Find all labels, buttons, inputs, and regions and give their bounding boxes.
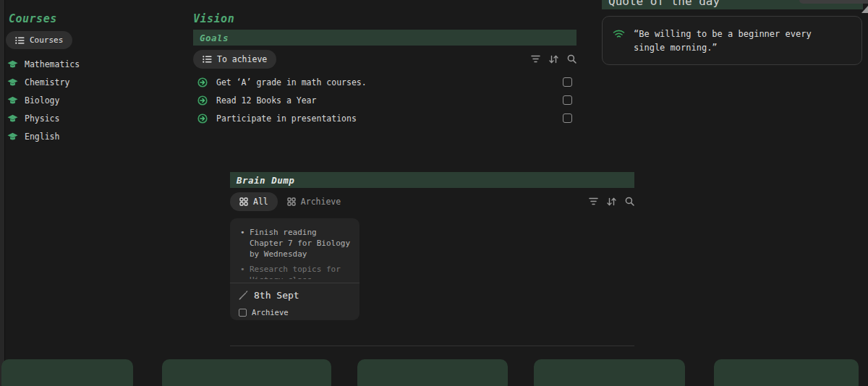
card-date: 8th Sept	[254, 290, 299, 301]
cursor	[861, 6, 868, 13]
pen-icon	[239, 291, 248, 300]
goal-title: Participate in presentations	[216, 113, 357, 124]
goal-checkbox[interactable]	[563, 95, 572, 105]
goals-list: Get ‘A’ grade in math courses. Read 12 B…	[193, 73, 576, 127]
course-label: Chemistry	[25, 77, 69, 87]
section-divider	[230, 346, 634, 346]
graduation-cap-icon	[7, 60, 18, 69]
quote-text: “Be willing to be a beginner every singl…	[634, 27, 820, 55]
goal-title: Read 12 Books a Year	[216, 95, 316, 106]
grid-icon	[239, 197, 248, 206]
goal-row[interactable]: Get ‘A’ grade in math courses.	[193, 73, 576, 91]
search-icon[interactable]	[625, 197, 634, 206]
bottom-card[interactable]	[162, 359, 331, 386]
wifi-icon	[613, 29, 625, 39]
filter-icon[interactable]	[589, 197, 598, 205]
filter-icon[interactable]	[531, 55, 540, 63]
bulleted-list-icon	[15, 36, 25, 45]
course-label: Physics	[25, 113, 59, 124]
goal-checkbox[interactable]	[563, 77, 572, 87]
graduation-cap-icon	[7, 114, 18, 123]
graduation-cap-icon	[7, 78, 18, 87]
bottom-card[interactable]	[357, 359, 508, 386]
arrow-circle-icon	[197, 77, 208, 87]
search-icon[interactable]	[567, 54, 576, 64]
bottom-card[interactable]	[714, 359, 859, 386]
arrow-circle-icon	[197, 113, 208, 124]
brain-dump-header-label: Brain Dump	[237, 175, 294, 186]
goals-header-label: Goals	[200, 33, 229, 43]
courses-view-tab-label: Courses	[30, 35, 63, 45]
sidebar-item-english[interactable]: English	[7, 127, 80, 145]
card-divider	[230, 283, 359, 283]
goal-row[interactable]: Read 12 Books a Year	[193, 91, 576, 109]
brain-dump-card[interactable]: Finish reading Chapter 7 for Biology by …	[230, 218, 359, 320]
goal-title: Get ‘A’ grade in math courses.	[216, 77, 367, 87]
bulleted-list-icon	[203, 55, 212, 64]
goals-view-tab-label: To achieve	[217, 54, 267, 64]
goals-toolbar: To achieve	[193, 49, 576, 69]
vision-section-title: Vision	[193, 12, 234, 25]
graduation-cap-icon	[7, 96, 18, 105]
archieve-checkbox-label: Archieve	[252, 308, 289, 317]
tab-archieve-label: Archieve	[301, 197, 341, 207]
note-bullet: Finish reading Chapter 7 for Biology by …	[239, 227, 351, 260]
sort-icon[interactable]	[607, 197, 616, 206]
tab-all-label: All	[253, 197, 268, 207]
grid-icon	[287, 197, 296, 206]
archieve-checkbox[interactable]	[239, 309, 247, 317]
sidebar-item-physics[interactable]: Physics	[7, 109, 80, 127]
brain-dump-note-text: Finish reading Chapter 7 for Biology by …	[239, 227, 351, 279]
brain-dump-database-header: Brain Dump	[230, 172, 634, 188]
course-label: English	[25, 132, 59, 142]
courses-section-title: Courses	[9, 12, 57, 25]
sidebar-item-mathematics[interactable]: Mathematics	[7, 55, 80, 73]
top-right-panel-fragment	[799, 0, 868, 4]
sort-icon[interactable]	[549, 55, 558, 64]
goals-database-header: Goals	[193, 30, 576, 46]
quote-header-label: Quote of the day	[608, 0, 720, 8]
bottom-card[interactable]	[534, 359, 685, 386]
graduation-cap-icon	[7, 132, 18, 141]
brain-dump-toolbar: All Archieve	[230, 192, 634, 211]
sidebar-item-biology[interactable]: Biology	[7, 91, 80, 109]
goals-view-tab-to-achieve[interactable]: To achieve	[193, 50, 276, 69]
note-bullet-truncated: Research topics for History class	[239, 264, 351, 279]
arrow-circle-icon	[197, 95, 208, 106]
brain-dump-tab-all[interactable]: All	[230, 192, 278, 211]
course-label: Biology	[25, 95, 59, 106]
goal-row[interactable]: Participate in presentations	[193, 109, 576, 127]
course-label: Mathematics	[25, 59, 80, 69]
quote-card: “Be willing to be a beginner every singl…	[602, 16, 862, 65]
adjacent-panel-edge	[0, 0, 5, 386]
brain-dump-tab-archieve[interactable]: Archieve	[287, 192, 341, 211]
sidebar-item-chemistry[interactable]: Chemistry	[7, 73, 80, 91]
courses-view-tab[interactable]: Courses	[6, 31, 72, 49]
goal-checkbox[interactable]	[563, 113, 572, 123]
bottom-card[interactable]	[1, 359, 133, 386]
